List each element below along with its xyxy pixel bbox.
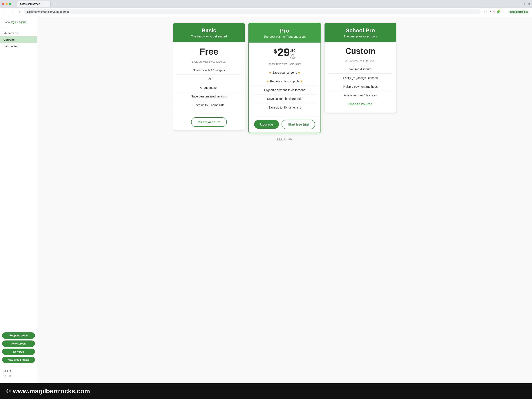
school-pro-plan-body: Custom All features from Pro, plus: Volu… [324, 42, 396, 113]
tab-bar: Classroomscreen × + [14, 1, 519, 7]
pro-feature-2: ★ Remote voting in polls ★ [252, 77, 317, 86]
footer-text: © www.msgilbertrocks.com [6, 387, 90, 394]
pro-price-amount: $ 29 .90 peryear [252, 47, 317, 59]
basic-features-label: Basic provides these features: [177, 60, 241, 63]
upgrade-btn[interactable]: Upgrade [254, 120, 279, 129]
address-bar: ← → ↻ ☆ Y ♦ 🧩 ⋮ msgilbertrocks [0, 8, 532, 16]
puzzle-icon[interactable]: 🧩 [497, 10, 500, 14]
pro-price-display: $ 29 .90 peryear [252, 47, 317, 59]
pro-feature-3: Organize screens in collections [252, 86, 317, 94]
eur-label: EUR [286, 137, 292, 141]
school-pro-feature-4: Available from 5 licenses [328, 91, 393, 100]
currency-row: USD / EUR [277, 137, 292, 141]
signup-link[interactable]: signup [19, 21, 26, 24]
pro-price-period-block: .90 peryear [290, 49, 296, 59]
close-btn[interactable]: × [528, 2, 530, 6]
create-account-btn[interactable]: Create account [191, 117, 227, 127]
start-free-trial-btn[interactable]: Start free trial [282, 120, 315, 129]
pro-feature-2-star-left: ★ [266, 80, 269, 83]
basic-plan-subtitle: The best way to get started [177, 35, 241, 38]
pro-price-cents: .90 [290, 49, 296, 53]
school-pro-feature-2: Easily (re-)assign licenses [328, 73, 393, 82]
basic-card-actions: Create account [173, 114, 245, 130]
pro-plan-name: Pro [252, 27, 317, 34]
basic-plan-card: Basic The best way to get started Free B… [173, 23, 245, 130]
sidebar: Go to: login / signup My screens Upgrade… [0, 16, 37, 383]
pro-feature-1-star-right: ★ [298, 71, 300, 74]
basic-price-free: Free [177, 47, 241, 57]
school-pro-feature-1: Volume discount [328, 65, 393, 73]
sidebar-item-help[interactable]: Help center [0, 43, 37, 50]
pro-feature-1-star-left: ★ [269, 71, 272, 74]
maximize-btn[interactable]: □ [525, 2, 526, 6]
pro-card-actions: Upgrade Start free trial [249, 116, 321, 133]
bookmark-star-icon[interactable]: ☆ [484, 10, 487, 14]
basic-plan-header: Basic The best way to get started [173, 23, 245, 42]
app-body: Go to: login / signup My screens Upgrade… [0, 16, 532, 383]
basic-plan-name: Basic [177, 27, 241, 34]
choose-volume-link[interactable]: Choose volume [328, 100, 393, 108]
pro-feature-1: ★ Save your screens ★ [252, 68, 317, 77]
tab-close-btn[interactable]: × [42, 3, 43, 5]
new-group-maker-btn[interactable]: New group maker [2, 357, 35, 363]
pro-price-dollar: $ [274, 48, 277, 55]
school-pro-plan-card: School Pro The best plan for schools Cus… [324, 23, 396, 113]
pro-price-number: 29 [278, 47, 290, 58]
pro-plan-header: Pro The best plan for frequent users [249, 23, 321, 43]
basic-plan-body: Free Basic provides these features: Scre… [173, 42, 245, 114]
log-in-link[interactable]: Log in [0, 367, 37, 374]
sidebar-divider-bottom [0, 366, 37, 366]
login-link[interactable]: login [11, 21, 16, 24]
reopen-screen-btn[interactable]: Reopen screen [2, 332, 35, 339]
pro-features-label: All features from Basic, plus: [252, 63, 317, 66]
school-pro-price-display: Custom [328, 47, 393, 56]
goto-label: Go to: login / signup [0, 20, 37, 26]
profile-icon[interactable]: Y [489, 10, 491, 14]
school-pro-price-custom: Custom [328, 47, 393, 56]
school-pro-plan-name: School Pro [328, 27, 393, 34]
basic-price-display: Free [177, 47, 241, 57]
sidebar-item-my-screens[interactable]: My screens [0, 30, 37, 36]
school-pro-plan-subtitle: The best plan for schools [328, 35, 393, 38]
pro-feature-4: Save custom backgrounds [252, 94, 317, 103]
new-screen-btn[interactable]: New screen [2, 341, 35, 347]
usd-link[interactable]: USD [277, 137, 284, 141]
title-bar: Classroomscreen × + − □ × [0, 0, 532, 8]
back-btn[interactable]: ← [3, 10, 8, 14]
extension-icon[interactable]: ♦ [493, 10, 495, 14]
basic-feature-1: Screens with 13 widgets [177, 66, 241, 75]
sidebar-bottom: Reopen screen New screen New poll New gr… [0, 330, 37, 380]
forward-btn[interactable]: → [10, 10, 15, 14]
pricing-cards: Basic The best way to get started Free B… [173, 23, 396, 133]
refresh-btn[interactable]: ↻ [17, 10, 22, 14]
minimize-btn[interactable]: − [521, 2, 522, 6]
school-pro-features-label: All features from Pro, plus: [328, 59, 393, 62]
pro-feature-2-text: Remote voting in polls [270, 80, 299, 83]
pro-feature-5: Save up to 30 name lists [252, 103, 317, 112]
tab-title: Classroomscreen [20, 3, 40, 6]
pro-plan-card: Pro The best plan for frequent users $ 2… [248, 23, 321, 133]
basic-feature-4: Save personalized settings [177, 92, 241, 101]
pro-plan-body: $ 29 .90 peryear All features from Basic… [249, 43, 321, 116]
basic-feature-3: Group maker [177, 83, 241, 92]
profile-badge[interactable]: msgilbertrocks [508, 10, 529, 14]
version-label: v 1.2.84 [0, 374, 37, 378]
sidebar-divider-top [0, 28, 37, 28]
browser-chrome: Classroomscreen × + − □ × ← → ↻ ☆ Y ♦ 🧩 … [0, 0, 532, 16]
menu-icon[interactable]: ⋮ [503, 10, 506, 14]
school-pro-feature-3: Multiple payment methods [328, 82, 393, 91]
new-poll-btn[interactable]: New poll [2, 348, 35, 355]
url-input[interactable] [24, 9, 481, 14]
pricing-area: Basic The best way to get started Free B… [37, 16, 532, 383]
pro-price-period: peryear [290, 53, 295, 59]
new-tab-btn[interactable]: + [51, 1, 57, 7]
pro-feature-1-text: Save your screens [272, 71, 297, 74]
school-pro-plan-header: School Pro The best plan for schools [324, 23, 396, 42]
window-controls: − □ × [521, 2, 530, 6]
sidebar-item-upgrade[interactable]: Upgrade [0, 36, 37, 43]
basic-feature-5: Save up to 3 name lists [177, 101, 241, 109]
sidebar-spacer [0, 50, 37, 330]
active-tab[interactable]: Classroomscreen × [17, 1, 51, 7]
basic-feature-2: Poll [177, 75, 241, 83]
footer-bar: © www.msgilbertrocks.com [0, 383, 532, 399]
